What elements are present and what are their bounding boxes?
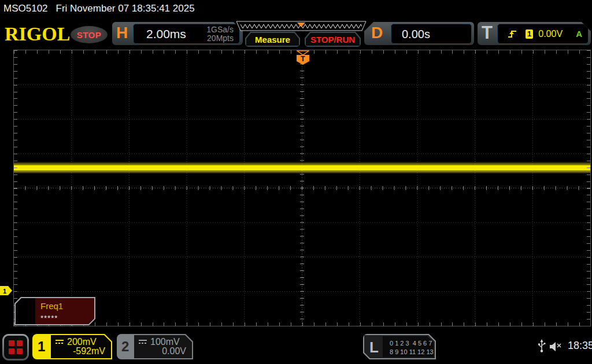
channel1-number: 1 xyxy=(38,339,45,355)
channel1-waveform xyxy=(14,172,590,174)
graticule-ticks-right xyxy=(587,50,590,326)
sample-rate: 1GSa/s xyxy=(206,25,234,34)
channel1-offset-marker[interactable]: 1 xyxy=(0,286,13,296)
channel2-number: 2 xyxy=(121,339,129,355)
timebase-value: 2.00ms xyxy=(146,27,186,41)
measurement-value: ***** xyxy=(40,314,58,322)
dc-coupling-icon xyxy=(139,340,147,344)
channel2-values: 100mV 0.00V xyxy=(134,335,192,358)
delay-box[interactable]: 0.00s xyxy=(391,24,472,44)
trigger-box[interactable]: 1 0.00V A xyxy=(497,24,589,44)
rising-edge-icon xyxy=(507,29,517,39)
speaker-muted-icon xyxy=(549,341,564,352)
channel1-offset: -592mV xyxy=(73,346,105,356)
dc-coupling-icon xyxy=(56,340,64,344)
acquisition-status-badge: STOP xyxy=(71,26,108,43)
stop-run-button-label: STOP/RUN xyxy=(306,33,360,46)
channel1-marker-label: 1 xyxy=(3,288,6,295)
horizontal-label: H xyxy=(116,24,128,42)
menu-button[interactable] xyxy=(2,334,29,361)
channel1-badge[interactable]: 1 200mV -592mV xyxy=(32,334,112,359)
measurement-panel-field: Freq1 ***** xyxy=(35,298,94,324)
graticule-ticks-left xyxy=(14,50,17,326)
stop-run-button[interactable]: STOP/RUN xyxy=(305,32,361,47)
brand-logo: RIGOL xyxy=(5,23,70,45)
delay-panel[interactable]: D 0.00s xyxy=(364,22,474,45)
trigger-marker[interactable]: T xyxy=(297,55,309,65)
horizontal-settings-panel[interactable]: H 2.00ms 1GSa/s 20Mpts xyxy=(112,22,243,45)
model-name: MSO5102 xyxy=(3,3,48,14)
logic-row2: 8 9 10 11 12 13 14 15 xyxy=(390,348,451,355)
trigger-level-value: 0.00V xyxy=(538,29,563,39)
clock-text: 18:35 xyxy=(568,340,592,352)
timebase-box[interactable]: 2.00ms 1GSa/s 20Mpts xyxy=(133,24,240,44)
measurement-panel-body: Freq1 ***** xyxy=(16,298,94,324)
trigger-settings-panel[interactable]: T 1 0.00V A xyxy=(478,22,591,45)
logic-row1: 0 1 2 3 4 5 6 7 xyxy=(390,340,432,347)
delay-value: 0.00s xyxy=(402,28,430,41)
graticule-ticks-bottom xyxy=(14,322,590,326)
logic-label: L xyxy=(369,339,379,356)
channel2-offset: 0.00V xyxy=(162,346,186,356)
measure-button-label: Measure xyxy=(246,33,299,46)
logic-channels-badge[interactable]: L 0 1 2 3 4 5 6 78 9 10 11 12 13 14 15 xyxy=(363,334,436,359)
measurement-panel[interactable]: Freq1 ***** xyxy=(14,297,95,325)
delay-label: D xyxy=(371,24,383,42)
red-grid-menu-icon xyxy=(9,340,23,354)
channel1-values: 200mV -592mV xyxy=(51,335,111,358)
graticule xyxy=(13,50,591,326)
usb-icon xyxy=(538,339,546,353)
oscilloscope-screen: MSO5102Fri November 07 18:35:41 2025 RIG… xyxy=(0,0,592,364)
channel1-waveform xyxy=(14,165,590,170)
memory-depth: 20Mpts xyxy=(206,34,234,43)
channel1-waveform xyxy=(14,164,590,165)
trigger-source-chip: 1 xyxy=(526,29,533,39)
datetime-text: Fri November 07 18:35:41 2025 xyxy=(56,3,195,14)
sample-rate-memdepth: 1GSa/s 20Mpts xyxy=(206,25,234,43)
trigger-marker-label: T xyxy=(301,55,305,63)
channel1-waveform xyxy=(14,162,590,164)
trigger-label: T xyxy=(482,23,493,43)
measurement-title: Freq1 xyxy=(40,301,63,311)
titlebar: MSO5102Fri November 07 18:35:41 2025 xyxy=(3,3,195,14)
trigger-mode-auto: A xyxy=(576,29,582,39)
grid-and-waveform xyxy=(14,50,590,326)
channel2-badge[interactable]: 2 100mV 0.00V xyxy=(117,334,193,359)
logic-channel-numbers: 0 1 2 3 4 5 6 78 9 10 11 12 13 14 15 xyxy=(383,336,434,357)
measure-button[interactable]: Measure xyxy=(245,32,300,47)
acquisition-status-text: STOP xyxy=(77,30,102,40)
waveform-preview-strip[interactable] xyxy=(236,21,367,31)
